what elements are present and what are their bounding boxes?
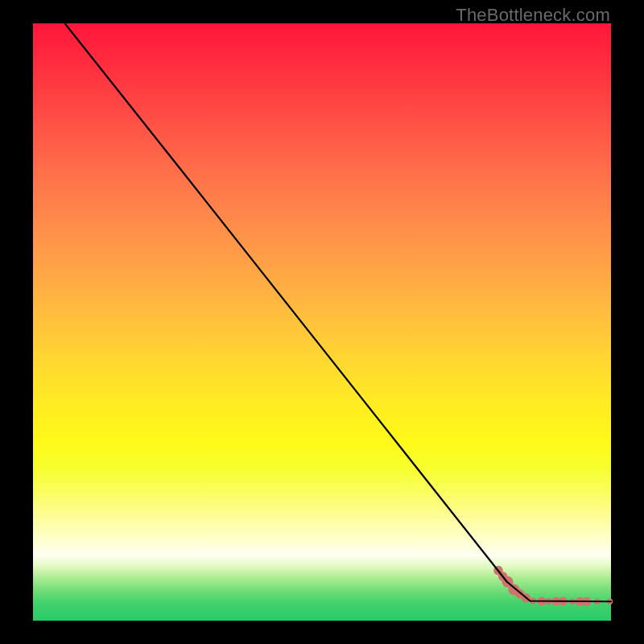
chart-svg	[33, 23, 611, 621]
chart-frame: TheBottleneck.com	[0, 0, 644, 644]
chart-curve	[64, 23, 611, 601]
watermark-text: TheBottleneck.com	[456, 5, 610, 26]
chart-plot-area	[33, 23, 611, 621]
